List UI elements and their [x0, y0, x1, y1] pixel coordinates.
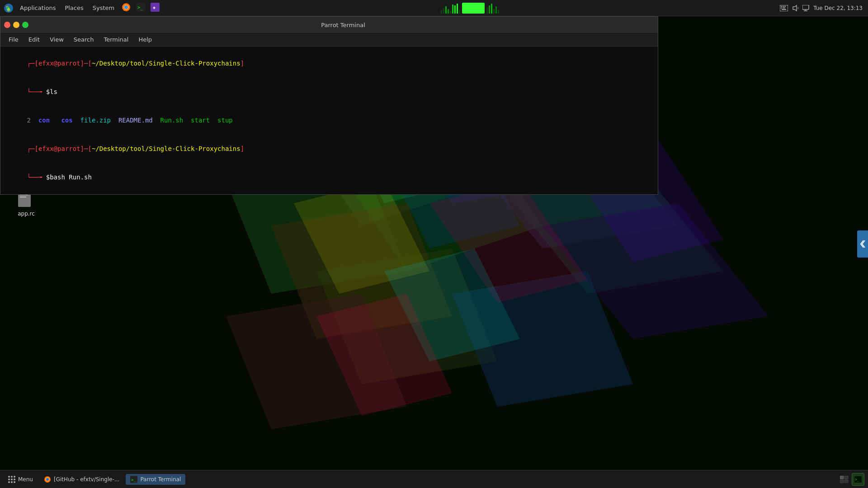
terminal-icon[interactable]: >_ [134, 2, 147, 14]
sound-icon: )))) [792, 5, 799, 12]
window-title: Parrot Terminal [32, 22, 654, 28]
view-menu[interactable]: View [45, 35, 68, 44]
svg-text:🦜: 🦜 [5, 5, 12, 12]
svg-rect-31 [781, 6, 782, 7]
svg-marker-37 [793, 5, 797, 11]
terminal-line-4: ┌─[efxx@parrot]─[~/Desktop/tool/Single-C… [4, 135, 654, 163]
apprc-icon-label: app.rc [18, 211, 35, 217]
terminal-tab-icon: >_ [130, 476, 137, 483]
top-bar-left: 🦜 Applications Places System >_ ◈ [0, 2, 165, 14]
github-tab-label: [GitHub - efxtv/Single-... [54, 476, 119, 483]
svg-text:)))): )))) [797, 6, 799, 9]
menu-button[interactable]: Menu [4, 474, 38, 485]
close-button[interactable] [4, 22, 10, 28]
minimize-button[interactable] [13, 22, 19, 28]
maximize-button[interactable] [22, 22, 28, 28]
applications-menu[interactable]: Applications [16, 4, 59, 12]
svg-text:◈: ◈ [153, 5, 156, 10]
apps-grid-icon [8, 476, 15, 483]
terminal-body[interactable]: ┌─[efxx@parrot]─[~/Desktop/tool/Single-C… [0, 47, 658, 194]
edit-menu[interactable]: Edit [24, 35, 44, 44]
svg-rect-32 [783, 6, 784, 7]
terminal-line-1: ┌─[efxx@parrot]─[~/Desktop/tool/Single-C… [4, 49, 654, 78]
terminal-line-2: └──╼ $ls [4, 78, 654, 106]
terminal-tab-label: Parrot Terminal [140, 476, 181, 483]
system-menu[interactable]: System [89, 4, 118, 12]
cpu-monitor [439, 2, 501, 14]
terminal-quick-launch[interactable]: >_ [852, 473, 864, 486]
firefox-icon[interactable] [120, 2, 132, 14]
svg-rect-39 [802, 5, 809, 9]
svg-rect-63 [20, 197, 26, 197]
purple-app-icon[interactable]: ◈ [149, 2, 161, 14]
bottom-bar-right: >_ [840, 473, 864, 486]
help-menu[interactable]: Help [134, 35, 156, 44]
workspace-switcher[interactable] [840, 476, 849, 483]
side-panel-button[interactable] [857, 230, 868, 258]
terminal-line-5: └──╼ $bash Run.sh [4, 163, 654, 192]
svg-rect-33 [784, 6, 786, 7]
svg-rect-84 [844, 480, 848, 483]
svg-text:>_: >_ [137, 5, 143, 10]
window-titlebar: Parrot Terminal [0, 17, 658, 33]
system-monitor-area [165, 2, 774, 14]
svg-point-25 [124, 5, 128, 9]
window-menubar: File Edit View Search Terminal Help [0, 33, 658, 47]
window-controls [4, 22, 28, 28]
menu-label: Menu [18, 476, 33, 483]
top-taskbar: 🦜 Applications Places System >_ ◈ [0, 0, 868, 16]
keyboard-icon [780, 5, 788, 11]
file-menu[interactable]: File [4, 35, 23, 44]
parrot-logo-icon: 🦜 [4, 3, 14, 13]
side-panel-icon [860, 239, 865, 249]
bottom-bar-left: Menu [GitHub - efxtv/Single-... >_ Parro… [4, 474, 185, 485]
firefox-tab-icon [44, 476, 51, 483]
terminal-tab[interactable]: >_ Parrot Terminal [126, 474, 185, 485]
terminal-launch-icon: >_ [854, 476, 862, 483]
places-menu[interactable]: Places [61, 4, 87, 12]
svg-rect-83 [840, 480, 844, 483]
svg-rect-35 [783, 7, 785, 8]
svg-rect-34 [781, 7, 782, 8]
svg-text:>_: >_ [855, 478, 859, 482]
svg-text:>_: >_ [131, 478, 136, 482]
svg-rect-36 [782, 9, 786, 10]
svg-point-78 [46, 478, 49, 481]
terminal-window: Parrot Terminal File Edit View Search Te… [0, 16, 658, 195]
top-bar-right: )))) Tue Dec 22, 13:13 [774, 5, 868, 12]
datetime-display: Tue Dec 22, 13:13 [813, 5, 863, 11]
firefox-tab[interactable]: [GitHub - efxtv/Single-... [39, 474, 124, 485]
svg-rect-82 [844, 476, 848, 479]
terminal-line-3: 2 con cos file.zip README.md Run.sh star… [4, 106, 654, 135]
terminal-menu[interactable]: Terminal [99, 35, 133, 44]
display-icon [802, 5, 810, 11]
search-menu[interactable]: Search [69, 35, 99, 44]
svg-rect-81 [840, 476, 844, 479]
bottom-taskbar: Menu [GitHub - efxtv/Single-... >_ Parro… [0, 470, 868, 488]
workspace-icon [840, 476, 849, 483]
